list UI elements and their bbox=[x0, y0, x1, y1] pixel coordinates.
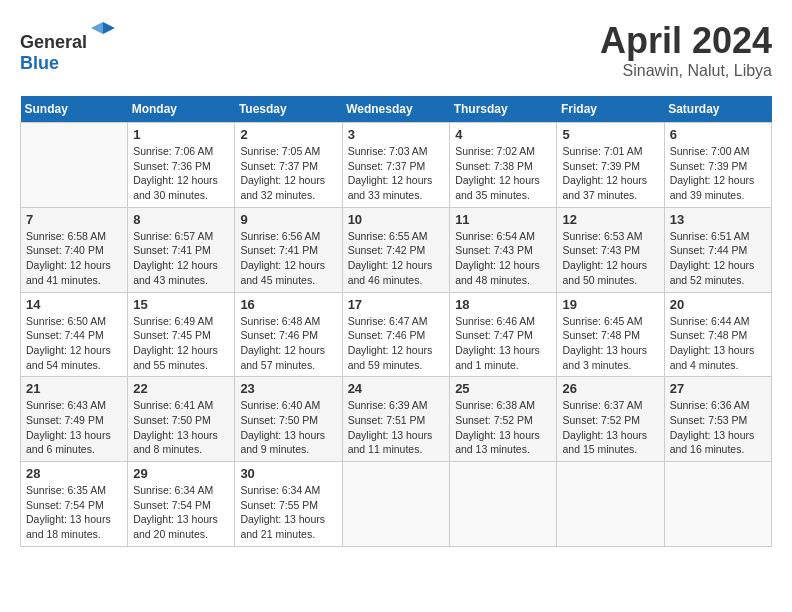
logo-blue-text: Blue bbox=[20, 53, 59, 73]
day-number: 22 bbox=[133, 381, 229, 396]
day-number: 19 bbox=[562, 297, 658, 312]
day-number: 18 bbox=[455, 297, 551, 312]
day-info: Sunrise: 7:02 AM Sunset: 7:38 PM Dayligh… bbox=[455, 144, 551, 203]
day-info: Sunrise: 6:56 AM Sunset: 7:41 PM Dayligh… bbox=[240, 229, 336, 288]
calendar-cell: 5Sunrise: 7:01 AM Sunset: 7:39 PM Daylig… bbox=[557, 123, 664, 208]
day-info: Sunrise: 7:06 AM Sunset: 7:36 PM Dayligh… bbox=[133, 144, 229, 203]
calendar-cell: 17Sunrise: 6:47 AM Sunset: 7:46 PM Dayli… bbox=[342, 292, 450, 377]
day-number: 1 bbox=[133, 127, 229, 142]
calendar-week-row: 14Sunrise: 6:50 AM Sunset: 7:44 PM Dayli… bbox=[21, 292, 772, 377]
calendar-cell: 10Sunrise: 6:55 AM Sunset: 7:42 PM Dayli… bbox=[342, 207, 450, 292]
logo: General Blue bbox=[20, 20, 117, 74]
day-info: Sunrise: 6:34 AM Sunset: 7:54 PM Dayligh… bbox=[133, 483, 229, 542]
day-info: Sunrise: 6:36 AM Sunset: 7:53 PM Dayligh… bbox=[670, 398, 766, 457]
day-info: Sunrise: 6:53 AM Sunset: 7:43 PM Dayligh… bbox=[562, 229, 658, 288]
calendar-cell: 1Sunrise: 7:06 AM Sunset: 7:36 PM Daylig… bbox=[128, 123, 235, 208]
day-info: Sunrise: 7:00 AM Sunset: 7:39 PM Dayligh… bbox=[670, 144, 766, 203]
day-number: 7 bbox=[26, 212, 122, 227]
day-number: 5 bbox=[562, 127, 658, 142]
calendar-cell: 28Sunrise: 6:35 AM Sunset: 7:54 PM Dayli… bbox=[21, 462, 128, 547]
day-number: 28 bbox=[26, 466, 122, 481]
calendar-cell: 8Sunrise: 6:57 AM Sunset: 7:41 PM Daylig… bbox=[128, 207, 235, 292]
calendar-week-row: 1Sunrise: 7:06 AM Sunset: 7:36 PM Daylig… bbox=[21, 123, 772, 208]
calendar-cell: 15Sunrise: 6:49 AM Sunset: 7:45 PM Dayli… bbox=[128, 292, 235, 377]
calendar-table: SundayMondayTuesdayWednesdayThursdayFrid… bbox=[20, 96, 772, 547]
day-info: Sunrise: 6:49 AM Sunset: 7:45 PM Dayligh… bbox=[133, 314, 229, 373]
day-number: 21 bbox=[26, 381, 122, 396]
weekday-header-sunday: Sunday bbox=[21, 96, 128, 123]
weekday-header-saturday: Saturday bbox=[664, 96, 771, 123]
calendar-cell: 22Sunrise: 6:41 AM Sunset: 7:50 PM Dayli… bbox=[128, 377, 235, 462]
month-title: April 2024 bbox=[600, 20, 772, 62]
svg-marker-1 bbox=[91, 22, 103, 34]
calendar-week-row: 21Sunrise: 6:43 AM Sunset: 7:49 PM Dayli… bbox=[21, 377, 772, 462]
day-number: 17 bbox=[348, 297, 445, 312]
calendar-week-row: 28Sunrise: 6:35 AM Sunset: 7:54 PM Dayli… bbox=[21, 462, 772, 547]
day-info: Sunrise: 6:35 AM Sunset: 7:54 PM Dayligh… bbox=[26, 483, 122, 542]
day-info: Sunrise: 6:37 AM Sunset: 7:52 PM Dayligh… bbox=[562, 398, 658, 457]
calendar-cell: 29Sunrise: 6:34 AM Sunset: 7:54 PM Dayli… bbox=[128, 462, 235, 547]
calendar-cell: 16Sunrise: 6:48 AM Sunset: 7:46 PM Dayli… bbox=[235, 292, 342, 377]
day-info: Sunrise: 6:41 AM Sunset: 7:50 PM Dayligh… bbox=[133, 398, 229, 457]
calendar-cell bbox=[664, 462, 771, 547]
day-number: 3 bbox=[348, 127, 445, 142]
day-number: 12 bbox=[562, 212, 658, 227]
day-info: Sunrise: 6:46 AM Sunset: 7:47 PM Dayligh… bbox=[455, 314, 551, 373]
day-number: 30 bbox=[240, 466, 336, 481]
day-number: 4 bbox=[455, 127, 551, 142]
day-number: 10 bbox=[348, 212, 445, 227]
day-info: Sunrise: 6:45 AM Sunset: 7:48 PM Dayligh… bbox=[562, 314, 658, 373]
calendar-cell: 13Sunrise: 6:51 AM Sunset: 7:44 PM Dayli… bbox=[664, 207, 771, 292]
title-block: April 2024 Sinawin, Nalut, Libya bbox=[600, 20, 772, 80]
day-info: Sunrise: 6:47 AM Sunset: 7:46 PM Dayligh… bbox=[348, 314, 445, 373]
calendar-cell: 25Sunrise: 6:38 AM Sunset: 7:52 PM Dayli… bbox=[450, 377, 557, 462]
day-info: Sunrise: 7:03 AM Sunset: 7:37 PM Dayligh… bbox=[348, 144, 445, 203]
day-number: 15 bbox=[133, 297, 229, 312]
logo-flag-icon bbox=[89, 20, 117, 48]
calendar-cell: 2Sunrise: 7:05 AM Sunset: 7:37 PM Daylig… bbox=[235, 123, 342, 208]
weekday-header-friday: Friday bbox=[557, 96, 664, 123]
weekday-header-tuesday: Tuesday bbox=[235, 96, 342, 123]
day-number: 8 bbox=[133, 212, 229, 227]
day-number: 26 bbox=[562, 381, 658, 396]
calendar-cell: 3Sunrise: 7:03 AM Sunset: 7:37 PM Daylig… bbox=[342, 123, 450, 208]
day-info: Sunrise: 6:38 AM Sunset: 7:52 PM Dayligh… bbox=[455, 398, 551, 457]
calendar-cell: 23Sunrise: 6:40 AM Sunset: 7:50 PM Dayli… bbox=[235, 377, 342, 462]
calendar-cell: 18Sunrise: 6:46 AM Sunset: 7:47 PM Dayli… bbox=[450, 292, 557, 377]
day-info: Sunrise: 6:40 AM Sunset: 7:50 PM Dayligh… bbox=[240, 398, 336, 457]
day-number: 13 bbox=[670, 212, 766, 227]
calendar-cell: 9Sunrise: 6:56 AM Sunset: 7:41 PM Daylig… bbox=[235, 207, 342, 292]
day-number: 6 bbox=[670, 127, 766, 142]
calendar-cell: 20Sunrise: 6:44 AM Sunset: 7:48 PM Dayli… bbox=[664, 292, 771, 377]
svg-marker-0 bbox=[103, 22, 115, 34]
calendar-body: 1Sunrise: 7:06 AM Sunset: 7:36 PM Daylig… bbox=[21, 123, 772, 547]
weekday-header-row: SundayMondayTuesdayWednesdayThursdayFrid… bbox=[21, 96, 772, 123]
location-title: Sinawin, Nalut, Libya bbox=[600, 62, 772, 80]
day-info: Sunrise: 7:05 AM Sunset: 7:37 PM Dayligh… bbox=[240, 144, 336, 203]
calendar-cell: 27Sunrise: 6:36 AM Sunset: 7:53 PM Dayli… bbox=[664, 377, 771, 462]
logo-general-text: General bbox=[20, 32, 87, 52]
calendar-cell: 26Sunrise: 6:37 AM Sunset: 7:52 PM Dayli… bbox=[557, 377, 664, 462]
day-info: Sunrise: 6:54 AM Sunset: 7:43 PM Dayligh… bbox=[455, 229, 551, 288]
calendar-cell: 21Sunrise: 6:43 AM Sunset: 7:49 PM Dayli… bbox=[21, 377, 128, 462]
day-info: Sunrise: 6:43 AM Sunset: 7:49 PM Dayligh… bbox=[26, 398, 122, 457]
day-info: Sunrise: 6:39 AM Sunset: 7:51 PM Dayligh… bbox=[348, 398, 445, 457]
calendar-cell: 24Sunrise: 6:39 AM Sunset: 7:51 PM Dayli… bbox=[342, 377, 450, 462]
day-info: Sunrise: 6:48 AM Sunset: 7:46 PM Dayligh… bbox=[240, 314, 336, 373]
calendar-cell bbox=[450, 462, 557, 547]
calendar-cell: 7Sunrise: 6:58 AM Sunset: 7:40 PM Daylig… bbox=[21, 207, 128, 292]
calendar-cell: 12Sunrise: 6:53 AM Sunset: 7:43 PM Dayli… bbox=[557, 207, 664, 292]
day-info: Sunrise: 7:01 AM Sunset: 7:39 PM Dayligh… bbox=[562, 144, 658, 203]
day-number: 16 bbox=[240, 297, 336, 312]
calendar-cell bbox=[342, 462, 450, 547]
day-number: 24 bbox=[348, 381, 445, 396]
day-number: 25 bbox=[455, 381, 551, 396]
day-info: Sunrise: 6:44 AM Sunset: 7:48 PM Dayligh… bbox=[670, 314, 766, 373]
day-info: Sunrise: 6:55 AM Sunset: 7:42 PM Dayligh… bbox=[348, 229, 445, 288]
page-header: General Blue April 2024 Sinawin, Nalut, … bbox=[20, 20, 772, 80]
calendar-cell: 4Sunrise: 7:02 AM Sunset: 7:38 PM Daylig… bbox=[450, 123, 557, 208]
calendar-cell bbox=[557, 462, 664, 547]
day-number: 29 bbox=[133, 466, 229, 481]
weekday-header-monday: Monday bbox=[128, 96, 235, 123]
day-info: Sunrise: 6:51 AM Sunset: 7:44 PM Dayligh… bbox=[670, 229, 766, 288]
